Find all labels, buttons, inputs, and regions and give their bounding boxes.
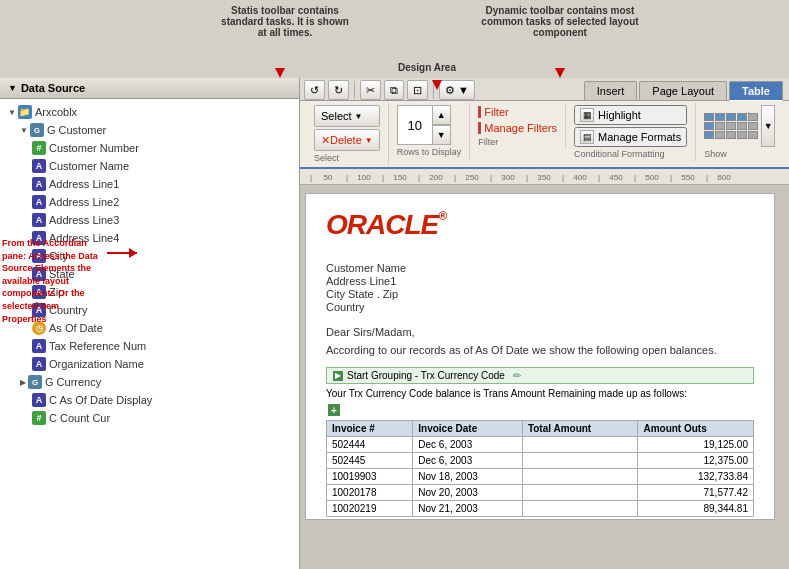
- expand-icon: ▶: [20, 378, 26, 387]
- tree-item-ccountcur[interactable]: # C Count Cur: [0, 409, 299, 427]
- tree-item-arxcoblx[interactable]: ▼ 📁 Arxcoblx: [0, 103, 299, 121]
- col-header-total: Total Amount: [522, 421, 638, 437]
- redo-button[interactable]: ↻: [328, 80, 349, 100]
- address-block: Customer Name Address Line1 City State .…: [306, 256, 774, 319]
- table-row: 10019903 Nov 18, 2003 132,733.84: [327, 469, 754, 485]
- content-country: Country: [326, 301, 754, 313]
- a-icon: A: [32, 213, 46, 227]
- data-source-tree: ▼ 📁 Arxcoblx ▼ G G Customer # Customer N…: [0, 99, 299, 569]
- delete-button[interactable]: ✕ Delete▼: [314, 129, 380, 151]
- tab-insert[interactable]: Insert: [584, 81, 638, 100]
- arrow-accordian: [107, 252, 137, 254]
- ribbon: Select▼ ✕ Delete▼ Select ▲: [300, 101, 789, 169]
- ribbon-group-filter: Filter Manage Filters Filter: [470, 103, 566, 149]
- data-line: Your Trx Currency Code balance is Trans …: [326, 388, 754, 399]
- tree-label: Address Line1: [49, 178, 119, 190]
- tree-item-orgname[interactable]: A Organization Name: [0, 355, 299, 373]
- col-header-amount: Amount Outs: [638, 421, 754, 437]
- table-row: 502444 Dec 6, 2003 19,125.00: [327, 437, 754, 453]
- tree-item-address2[interactable]: A Address Line2: [0, 193, 299, 211]
- separator: [354, 81, 355, 99]
- rows-up-button[interactable]: ▲: [433, 105, 451, 125]
- ribbon-group-label-show: Show: [704, 149, 727, 159]
- settings-button[interactable]: ⚙ ▼: [439, 80, 475, 100]
- oracle-logo: ORACLE®: [326, 209, 754, 241]
- tree-label: Customer Number: [49, 142, 139, 154]
- hash-icon: #: [32, 141, 46, 155]
- manage-filters-button[interactable]: Manage Filters: [478, 121, 557, 135]
- ribbon-group-label-filter: Filter: [478, 137, 498, 147]
- tree-item-customer-number[interactable]: # Customer Number: [0, 139, 299, 157]
- ribbon-group-label-select: Select: [314, 153, 339, 163]
- tree-item-address1[interactable]: A Address Line1: [0, 175, 299, 193]
- tree-label: C Count Cur: [49, 412, 110, 424]
- design-area: 50 100 150 200 250 300 350 400 450 500 5…: [300, 169, 789, 569]
- tab-bar: ↺ ↻ ✂ ⧉ ⊡ ⚙ ▼ Insert Page Layout Table: [300, 78, 789, 101]
- content-city-state-zip: City State . Zip: [326, 288, 754, 300]
- content-customer-name: Customer Name: [326, 262, 754, 274]
- copy-button[interactable]: ⧉: [384, 80, 404, 100]
- tab-table[interactable]: Table: [729, 81, 783, 101]
- ribbon-group-rows: ▲ ▼ Rows to Display: [389, 103, 471, 159]
- accordion-arrow: ▼: [8, 83, 17, 93]
- col-header-invoice: Invoice #: [327, 421, 413, 437]
- dear-text: Dear Sirs/Madam,: [326, 326, 754, 338]
- table-row: 10020219 Nov 21, 2003 89,344.81: [327, 501, 754, 517]
- tree-item-gcustomer[interactable]: ▼ G G Customer: [0, 121, 299, 139]
- a-icon: A: [32, 339, 46, 353]
- tree-label: G Currency: [45, 376, 101, 388]
- undo-button[interactable]: ↺: [304, 80, 325, 100]
- arrow-static-toolbar: [275, 68, 285, 78]
- cut-button[interactable]: ✂: [360, 80, 381, 100]
- arrow-dynamic-toolbar: [555, 68, 565, 78]
- page-body: Dear Sirs/Madam, According to our record…: [306, 319, 774, 363]
- table-header-row: Invoice # Invoice Date Total Amount Amou…: [327, 421, 754, 437]
- data-source-accordion[interactable]: ▼ Data Source: [0, 78, 299, 99]
- annotation-dynamic-toolbar: Dynamic toolbar contains most common tas…: [480, 5, 640, 38]
- grouping-edit-icon[interactable]: ✏: [513, 370, 521, 381]
- folder-icon: 📁: [18, 105, 32, 119]
- highlight-button[interactable]: ▦ Highlight: [574, 105, 687, 125]
- tree-item-customer-name[interactable]: A Customer Name: [0, 157, 299, 175]
- show-dropdown-button[interactable]: ▼: [761, 105, 775, 147]
- tree-item-address3[interactable]: A Address Line3: [0, 211, 299, 229]
- page-header: ORACLE®: [306, 194, 774, 256]
- a-icon: A: [32, 393, 46, 407]
- annotation-static-toolbar: Statis toolbar contains standard tasks. …: [220, 5, 350, 38]
- add-row-icon[interactable]: +: [328, 404, 340, 416]
- manage-formats-button[interactable]: ▤ Manage Formats: [574, 127, 687, 147]
- tree-label: Customer Name: [49, 160, 129, 172]
- paste-button[interactable]: ⊡: [407, 80, 428, 100]
- tree-item-taxref[interactable]: A Tax Reference Num: [0, 337, 299, 355]
- tree-label: Tax Reference Num: [49, 340, 146, 352]
- g-folder-icon: G: [28, 375, 42, 389]
- tree-label: G Customer: [47, 124, 106, 136]
- data-source-label: Data Source: [21, 82, 85, 94]
- body-text: According to our records as of As Of Dat…: [326, 344, 754, 356]
- select-button[interactable]: Select▼: [314, 105, 380, 127]
- annotation-design-area: Design Area: [398, 62, 456, 73]
- filter-button[interactable]: Filter: [478, 105, 557, 119]
- tree-item-casofdate[interactable]: A C As Of Date Display: [0, 391, 299, 409]
- rows-down-button[interactable]: ▼: [433, 125, 451, 145]
- ribbon-group-label-conditional: Conditional Formatting: [574, 149, 665, 159]
- table-row: 10020178 Nov 20, 2003 71,577.42: [327, 485, 754, 501]
- expand-icon: ▼: [20, 126, 28, 135]
- expand-icon: ▼: [8, 108, 16, 117]
- ribbon-group-conditional: ▦ Highlight ▤ Manage Formats Conditional…: [566, 103, 696, 161]
- grouping-bar[interactable]: ▶ Start Grouping - Trx Currency Code ✏: [326, 367, 754, 384]
- ribbon-group-select: Select▼ ✕ Delete▼ Select: [306, 103, 389, 165]
- tree-label: C As Of Date Display: [49, 394, 152, 406]
- tree-label: Organization Name: [49, 358, 144, 370]
- table-row: 502445 Dec 6, 2003 12,375.00: [327, 453, 754, 469]
- tree-label: Arxcoblx: [35, 106, 77, 118]
- canvas-scroll[interactable]: ORACLE® Customer Name Address Line1 City…: [300, 185, 789, 567]
- rows-input[interactable]: [397, 105, 433, 145]
- data-table: Invoice # Invoice Date Total Amount Amou…: [326, 420, 754, 517]
- ribbon-group-label-rows: Rows to Display: [397, 147, 462, 157]
- tree-label: Address Line2: [49, 196, 119, 208]
- tree-item-gcurrency[interactable]: ▶ G G Currency: [0, 373, 299, 391]
- annotation-accordian: From the Accordian pane: Access the Data…: [0, 235, 105, 327]
- tree-label: Address Line3: [49, 214, 119, 226]
- tab-page-layout[interactable]: Page Layout: [639, 81, 727, 100]
